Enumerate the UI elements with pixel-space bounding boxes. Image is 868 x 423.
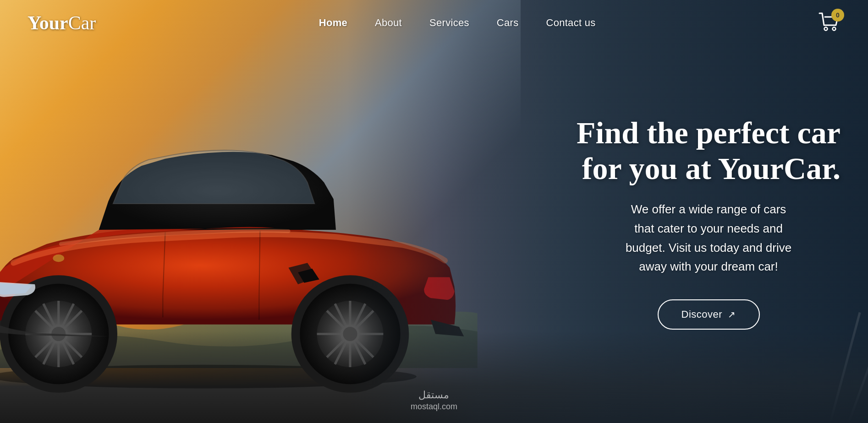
brand-logo[interactable]: YourCar — [27, 12, 96, 34]
nav-item-services[interactable]: Services — [429, 17, 469, 29]
hero-title-line2: for you at YourCar. — [582, 151, 841, 186]
nav-link-services[interactable]: Services — [429, 17, 469, 28]
hero-title: Find the perfect car for you at YourCar. — [577, 115, 841, 186]
hero-subtitle: We offer a wide range of cars that cater… — [577, 200, 841, 276]
cart-count-badge: 0 — [831, 9, 844, 22]
hero-section: YourCar Home About Services Cars Contact… — [0, 0, 868, 423]
nav-item-home[interactable]: Home — [319, 17, 347, 29]
nav-link-home[interactable]: Home — [319, 17, 347, 28]
nav-link-cars[interactable]: Cars — [497, 17, 519, 28]
cta-wrapper: Discover ↗ — [577, 299, 841, 330]
discover-label: Discover — [681, 309, 723, 320]
discover-button[interactable]: Discover ↗ — [658, 299, 760, 330]
nav-item-contact[interactable]: Contact us — [546, 17, 595, 29]
svg-point-27 — [832, 27, 835, 31]
arrow-icon: ↗ — [728, 309, 736, 320]
navbar: YourCar Home About Services Cars Contact… — [0, 0, 868, 46]
cart-button[interactable]: 0 — [819, 12, 841, 33]
nav-item-cars[interactable]: Cars — [497, 17, 519, 29]
nav-link-about[interactable]: About — [375, 17, 402, 28]
hero-title-line1: Find the perfect car — [577, 115, 841, 150]
nav-item-about[interactable]: About — [375, 17, 402, 29]
nav-links-list: Home About Services Cars Contact us — [319, 17, 596, 29]
hero-content: Find the perfect car for you at YourCar.… — [577, 115, 841, 330]
logo-car-text: Car — [68, 12, 96, 33]
logo-your-text: Your — [27, 12, 68, 33]
nav-link-contact[interactable]: Contact us — [546, 17, 595, 28]
svg-point-26 — [824, 27, 827, 31]
